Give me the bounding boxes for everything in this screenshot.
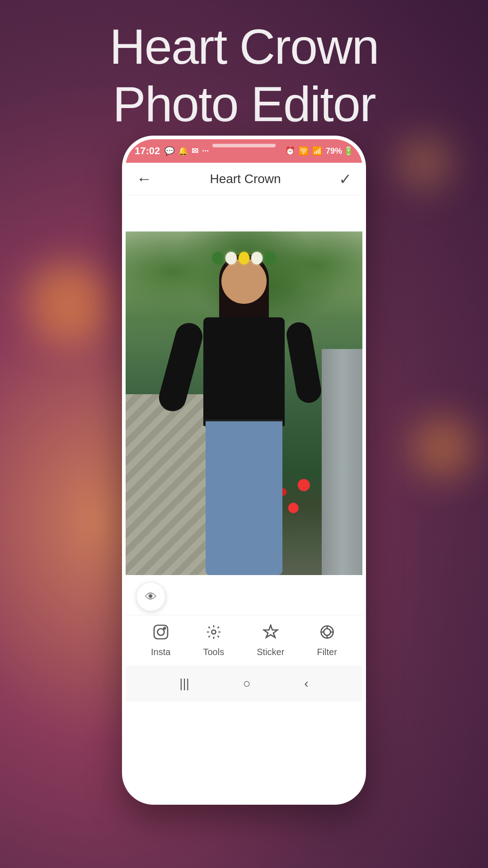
- home-button[interactable]: ○: [243, 676, 251, 691]
- nav-sticker[interactable]: Sticker: [257, 624, 284, 657]
- svg-point-5: [324, 628, 330, 635]
- filter-label: Filter: [317, 647, 337, 657]
- flower-white-1: [225, 252, 237, 264]
- svg-rect-0: [154, 625, 168, 639]
- fence-decoration: [322, 349, 362, 575]
- nav-bar: Insta Tools: [126, 615, 362, 665]
- app-title: Heart Crown Photo Editor: [0, 18, 488, 132]
- bottom-toolbar: 👁 Insta: [126, 575, 362, 665]
- preview-toggle-button[interactable]: 👁: [136, 582, 165, 611]
- flower-crown-sticker: [212, 247, 276, 270]
- person-jeans: [206, 421, 282, 575]
- app-header: ← Heart Crown ✓: [126, 163, 362, 195]
- home-bar: ||| ○ ‹: [126, 665, 362, 702]
- eye-icon: 👁: [145, 590, 157, 604]
- alarm-icon: ⏰: [285, 146, 295, 156]
- insta-label: Insta: [151, 647, 170, 657]
- flower-green: [212, 252, 224, 264]
- alert-icon: 🔔: [178, 146, 188, 156]
- signal-icon: 📶: [312, 146, 322, 156]
- screen-title: Heart Crown: [210, 172, 281, 186]
- phone-screen: 17:02 💬 🔔 ✉ ··· ⏰ 🛜 📶 79% 🔋 ←: [122, 136, 366, 805]
- sticker-icon: [263, 624, 279, 644]
- messenger-icon: 💬: [164, 146, 174, 156]
- svg-point-2: [164, 627, 165, 629]
- filter-icon: [319, 624, 335, 644]
- wifi-icon: 🛜: [299, 146, 309, 156]
- photo-canvas[interactable]: [126, 231, 362, 575]
- status-time: 17:02 💬 🔔 ✉ ···: [135, 145, 209, 157]
- svg-point-3: [211, 630, 216, 634]
- status-bar: 17:02 💬 🔔 ✉ ··· ⏰ 🛜 📶 79% 🔋: [126, 139, 362, 163]
- svg-point-1: [157, 628, 164, 635]
- flower-green-2: [264, 252, 276, 264]
- back-home-button[interactable]: ‹: [304, 676, 308, 691]
- app-title-line1: Heart Crown: [109, 19, 378, 74]
- bokeh-decoration-1: [27, 262, 108, 344]
- battery-icon: 🔋: [343, 146, 353, 156]
- flower-white-2: [251, 252, 263, 264]
- tools-icon: [206, 624, 222, 644]
- confirm-button[interactable]: ✓: [339, 170, 352, 188]
- nav-tools[interactable]: Tools: [203, 624, 224, 657]
- email-icon: ✉: [192, 146, 198, 156]
- bokeh-decoration-3: [398, 136, 452, 190]
- phone-mockup: 17:02 💬 🔔 ✉ ··· ⏰ 🛜 📶 79% 🔋 ←: [122, 136, 366, 805]
- phone-speaker: [212, 144, 276, 147]
- battery-indicator: 79% 🔋: [326, 146, 353, 156]
- person-subject: [181, 259, 307, 575]
- bokeh-decoration-2: [411, 416, 474, 479]
- flower-yellow: [239, 252, 250, 264]
- sticker-label: Sticker: [257, 647, 284, 657]
- tools-label: Tools: [203, 647, 224, 657]
- nav-filter[interactable]: Filter: [317, 624, 337, 657]
- eye-button-row: 👁: [126, 575, 362, 615]
- person-torso: [203, 317, 285, 426]
- insta-icon: [153, 624, 169, 644]
- more-icon: ···: [202, 146, 209, 156]
- status-notification-icons: 💬 🔔 ✉ ···: [164, 146, 209, 156]
- nav-insta[interactable]: Insta: [151, 624, 170, 657]
- status-right-icons: ⏰ 🛜 📶 79% 🔋: [285, 146, 353, 156]
- menu-home-button[interactable]: |||: [179, 676, 189, 691]
- app-title-line2: Photo Editor: [113, 76, 375, 132]
- photo-spacer: [126, 195, 362, 231]
- back-button[interactable]: ←: [136, 170, 152, 188]
